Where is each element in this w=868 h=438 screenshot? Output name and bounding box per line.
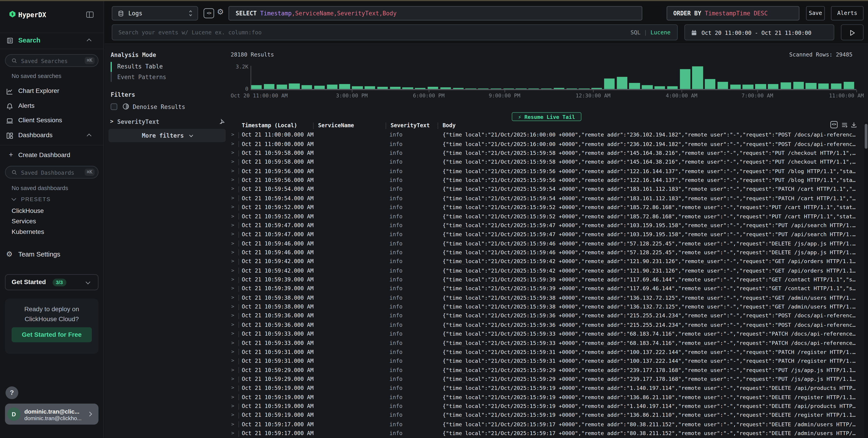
expand-row-icon[interactable]: >	[231, 349, 234, 354]
saved-searches-input[interactable]: Saved Searches ⌘K	[5, 54, 98, 67]
get-started-dropdown[interactable]: Get Started 3/3	[5, 274, 98, 290]
col-servicename[interactable]: ServiceName	[318, 122, 354, 128]
severity-filter-group[interactable]: SeverityText	[117, 118, 159, 125]
expand-row-icon[interactable]: >	[231, 331, 234, 336]
column-resize-handle[interactable]	[438, 123, 438, 129]
table-row[interactable]: >Oct 21 10:59:58.000 AMinfo{"time_local"…	[226, 158, 867, 167]
user-menu[interactable]: D dominic.tran@clic... dominic.tran@clic…	[5, 404, 98, 425]
source-select[interactable]: Logs	[112, 6, 198, 21]
expand-row-icon[interactable]: >	[231, 340, 234, 345]
table-row[interactable]: >Oct 21 10:59:56.000 AMinfo{"time_local"…	[226, 167, 867, 176]
chevron-up-icon[interactable]	[87, 39, 91, 43]
table-row[interactable]: >Oct 21 10:59:46.000 AMinfo{"time_local"…	[226, 248, 867, 257]
scrollbar-track[interactable]	[864, 122, 868, 438]
expand-row-icon[interactable]: >	[231, 231, 234, 237]
expand-row-icon[interactable]: >	[231, 304, 234, 309]
table-row[interactable]: >Oct 21 10:59:33.000 AMinfo{"time_local"…	[226, 339, 867, 347]
sidebar-item-chart-explorer[interactable]: Chart Explorer	[18, 87, 59, 94]
denoise-checkbox[interactable]	[111, 103, 117, 110]
expand-row-icon[interactable]: >	[231, 367, 234, 372]
scrollbar-thumb[interactable]	[864, 124, 867, 149]
expand-row-icon[interactable]: >	[231, 421, 234, 427]
download-icon[interactable]	[850, 122, 858, 128]
expand-row-icon[interactable]: >	[231, 385, 234, 390]
expand-row-icon[interactable]: >	[231, 312, 234, 318]
expand-row-icon[interactable]: >	[231, 177, 234, 182]
table-row[interactable]: >Oct 21 11:00:00.000 AMinfo{"time_local"…	[226, 131, 867, 140]
table-row[interactable]: >Oct 21 10:59:54.000 AMinfo{"time_local"…	[226, 185, 867, 194]
table-row[interactable]: >Oct 21 10:59:38.000 AMinfo{"time_local"…	[226, 293, 867, 302]
expand-row-icon[interactable]: >	[231, 394, 234, 399]
resume-live-tail-button[interactable]: ⚡ Resume Live Tail	[512, 112, 582, 121]
sidebar-item-search[interactable]: Search	[18, 36, 40, 44]
expand-row-icon[interactable]: >	[231, 195, 234, 200]
expand-row-icon[interactable]: >	[231, 376, 234, 381]
expand-row-icon[interactable]: >	[231, 132, 234, 137]
expand-row-icon[interactable]: >	[231, 295, 234, 300]
lucene-toggle[interactable]: Lucene	[650, 29, 670, 35]
table-row[interactable]: >Oct 21 10:59:17.000 AMinfo{"time_local"…	[226, 420, 867, 429]
table-row[interactable]: >Oct 21 10:59:38.000 AMinfo{"time_local"…	[226, 302, 867, 311]
expand-row-icon[interactable]: >	[231, 168, 234, 173]
table-row[interactable]: >Oct 21 10:59:36.000 AMinfo{"time_local"…	[226, 321, 867, 330]
more-filters-button[interactable]: More filters	[108, 129, 226, 142]
table-row[interactable]: >Oct 21 10:59:39.000 AMinfo{"time_local"…	[226, 284, 867, 293]
table-row[interactable]: >Oct 21 10:59:29.000 AMinfo{"time_local"…	[226, 366, 867, 375]
sidebar-item-team-settings[interactable]: Team Settings	[18, 250, 60, 258]
lucene-search-input[interactable]: Search your events w/ Lucene ex. column:…	[112, 25, 678, 40]
chevron-up-icon[interactable]	[87, 134, 91, 138]
table-row[interactable]: >Oct 21 10:59:42.000 AMinfo{"time_local"…	[226, 257, 867, 266]
table-row[interactable]: >Oct 21 10:59:19.000 AMinfo{"time_local"…	[226, 402, 867, 411]
mode-results-table[interactable]: Results Table	[117, 63, 163, 70]
code-view-button[interactable]: <>	[204, 8, 214, 18]
expand-row-icon[interactable]: >	[231, 258, 234, 264]
table-row[interactable]: >Oct 21 10:59:31.000 AMinfo{"time_local"…	[226, 347, 867, 357]
run-query-button[interactable]	[841, 25, 864, 40]
expand-row-icon[interactable]: >	[231, 403, 234, 408]
table-row[interactable]: >Oct 21 10:59:58.000 AMinfo{"time_local"…	[226, 149, 867, 158]
column-resize-handle[interactable]	[313, 123, 314, 129]
create-dashboard-button[interactable]: Create Dashboard	[18, 151, 70, 158]
select-query-input[interactable]: SELECT Timestamp,ServiceName,SeverityTex…	[228, 6, 642, 21]
expand-row-icon[interactable]: >	[231, 204, 234, 209]
table-row[interactable]: >Oct 21 10:59:33.000 AMinfo{"time_local"…	[226, 330, 867, 339]
mode-event-patterns[interactable]: Event Patterns	[117, 73, 166, 80]
table-row[interactable]: >Oct 21 10:59:39.000 AMinfo{"time_local"…	[226, 275, 867, 284]
table-row[interactable]: >Oct 21 10:59:19.000 AMinfo{"time_local"…	[226, 393, 867, 402]
table-row[interactable]: >Oct 21 10:59:29.000 AMinfo{"time_local"…	[226, 375, 867, 384]
col-timestamp[interactable]: Timestamp (Local)	[242, 122, 297, 128]
saved-dashboards-input[interactable]: Saved Dashboards ⌘K	[5, 166, 98, 178]
sidebar-item-alerts[interactable]: Alerts	[18, 102, 35, 109]
code-columns-button[interactable]: <>	[831, 121, 838, 128]
table-row[interactable]: >Oct 21 10:59:17.000 AMinfo{"time_local"…	[226, 429, 867, 438]
table-row[interactable]: >Oct 21 10:59:52.000 AMinfo{"time_local"…	[226, 203, 867, 212]
table-row[interactable]: >Oct 21 10:59:19.000 AMinfo{"time_local"…	[226, 384, 867, 393]
query-settings-gear-icon[interactable]: ⚙	[217, 7, 224, 16]
expand-row-icon[interactable]: >	[231, 213, 234, 218]
expand-row-icon[interactable]: >	[231, 322, 234, 327]
chevron-down-icon[interactable]	[11, 196, 16, 201]
expand-row-icon[interactable]: >	[231, 186, 234, 192]
expand-row-icon[interactable]: >	[231, 412, 234, 417]
expand-row-icon[interactable]: >	[231, 159, 234, 164]
presets-section-label[interactable]: PRESETS	[21, 196, 51, 202]
sidebar-item-dashboards[interactable]: Dashboards	[18, 132, 53, 138]
expand-row-icon[interactable]: >	[231, 267, 234, 273]
collapse-sidebar-icon[interactable]	[86, 11, 94, 18]
table-row[interactable]: >Oct 21 10:59:36.000 AMinfo{"time_local"…	[226, 311, 867, 321]
chevron-right-icon[interactable]: >	[110, 118, 114, 124]
table-row[interactable]: >Oct 21 10:59:52.000 AMinfo{"time_local"…	[226, 212, 867, 221]
table-row[interactable]: >Oct 21 10:59:47.000 AMinfo{"time_local"…	[226, 221, 867, 230]
col-body[interactable]: Body	[443, 122, 456, 128]
table-row[interactable]: >Oct 21 10:59:42.000 AMinfo{"time_local"…	[226, 266, 867, 275]
sidebar-item-client-sessions[interactable]: Client Sessions	[18, 116, 62, 123]
table-row[interactable]: >Oct 21 11:00:00.000 AMinfo{"time_local"…	[226, 140, 867, 149]
expand-row-icon[interactable]: >	[231, 141, 234, 146]
expand-row-icon[interactable]: >	[231, 222, 234, 228]
table-row[interactable]: >Oct 21 10:59:47.000 AMinfo{"time_local"…	[226, 230, 867, 239]
sql-toggle[interactable]: SQL	[630, 29, 641, 35]
table-row[interactable]: >Oct 21 10:59:56.000 AMinfo{"time_local"…	[226, 176, 867, 185]
expand-row-icon[interactable]: >	[231, 249, 234, 255]
preset-clickhouse[interactable]: ClickHouse	[11, 207, 44, 214]
preset-kubernetes[interactable]: Kubernetes	[11, 228, 44, 235]
